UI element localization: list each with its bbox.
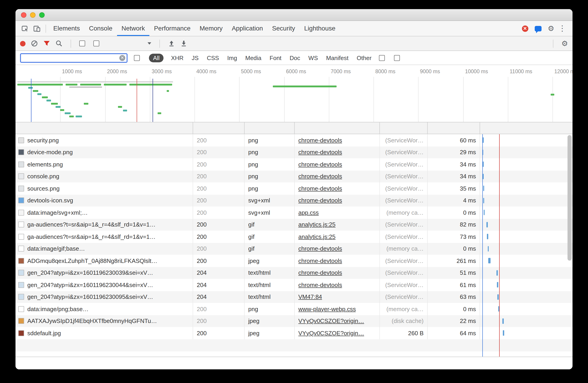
initiator-link[interactable]: chrome-devtools xyxy=(298,282,342,288)
filter-pill[interactable]: Font xyxy=(269,54,282,62)
filter-pill[interactable]: CSS xyxy=(206,54,220,62)
network-request-row[interactable]: devtools-icon.svg 200 svg+xml chrome-dev… xyxy=(16,194,572,207)
network-request-row[interactable]: sddefault.jpg 200 jpeg VYyQv0CSZOE?origi… xyxy=(16,327,572,339)
panel-tab[interactable]: Memory xyxy=(195,21,227,36)
column-header-status[interactable] xyxy=(193,122,245,134)
initiator-link[interactable]: chrome-devtools xyxy=(298,269,342,276)
column-header-type[interactable] xyxy=(245,122,295,134)
column-header-waterfall[interactable] xyxy=(480,122,572,134)
minimize-window-button[interactable] xyxy=(30,12,36,18)
column-header-name[interactable] xyxy=(16,122,193,134)
request-name-cell[interactable]: device-mode.png xyxy=(16,146,193,158)
inspect-element-button[interactable] xyxy=(19,22,31,34)
initiator-link[interactable]: chrome-devtools xyxy=(298,185,342,192)
initiator-link[interactable]: analytics.js:25 xyxy=(298,233,336,240)
request-name-cell[interactable]: sources.png xyxy=(16,182,193,194)
network-request-row[interactable]: data:image/gif;base… 200 gif chrome-devt… xyxy=(16,243,572,255)
request-name-cell[interactable]: gen_204?atyp=i&zx=1601196230044&sei=xV… xyxy=(16,279,193,291)
network-request-row[interactable]: console.png 200 png chrome-devtools (Ser… xyxy=(16,170,572,182)
request-name-cell[interactable]: gen_204?atyp=i&zx=1601196230095&sei=xV… xyxy=(16,291,193,303)
request-name-cell[interactable]: elements.png xyxy=(16,158,193,170)
initiator-link[interactable]: app.css xyxy=(298,209,319,216)
network-request-row[interactable]: ADGmqu8qexLZuhphT_0Aj88Ng8riLFKASQlslt… … xyxy=(16,255,572,267)
blocked-requests-checkbox[interactable] xyxy=(394,55,400,61)
panel-tab[interactable]: Console xyxy=(84,21,117,36)
hide-data-urls-checkbox[interactable] xyxy=(134,55,140,61)
initiator-link[interactable]: chrome-devtools xyxy=(298,257,342,264)
network-request-row[interactable]: data:image/png;base… 200 png www-player-… xyxy=(16,303,572,315)
filter-pill[interactable]: Other xyxy=(356,54,372,62)
filter-pill[interactable]: JS xyxy=(191,54,199,62)
vertical-scrollbar[interactable] xyxy=(567,135,572,261)
request-name-cell[interactable]: security.png xyxy=(16,134,193,146)
disable-cache-checkbox[interactable] xyxy=(93,40,99,46)
panel-tab[interactable]: Lighthouse xyxy=(300,21,340,36)
request-name-cell[interactable]: gen_204?atyp=i&zx=1601196230039&sei=xV… xyxy=(16,267,193,279)
filter-pill[interactable]: Media xyxy=(244,54,262,62)
network-request-row[interactable]: gen_204?atyp=i&zx=1601196230044&sei=xV… … xyxy=(16,279,572,291)
panel-tab[interactable]: Network xyxy=(117,21,149,36)
column-header-time[interactable] xyxy=(428,122,480,134)
network-request-row[interactable]: ga-audiences?t=sr&aip=1&_r=4&slf_rd=1&v=… xyxy=(16,231,572,243)
network-overview[interactable]: 1000 ms2000 ms3000 ms4000 ms5000 ms6000 … xyxy=(16,65,572,122)
initiator-link[interactable]: chrome-devtools xyxy=(298,137,342,144)
request-name-cell[interactable]: console.png xyxy=(16,170,193,182)
filter-pill[interactable]: Doc xyxy=(289,54,301,62)
export-har-icon[interactable] xyxy=(180,40,187,47)
column-header-initiator[interactable] xyxy=(295,122,380,134)
filter-pill[interactable]: Manifest xyxy=(325,54,349,62)
network-request-row[interactable]: sources.png 200 png chrome-devtools (Ser… xyxy=(16,182,572,194)
panel-tab[interactable]: Elements xyxy=(49,21,84,36)
request-name-cell[interactable]: data:image/gif;base… xyxy=(16,243,193,255)
filter-input[interactable] xyxy=(20,53,127,62)
request-name-cell[interactable]: ADGmqu8qexLZuhphT_0Aj88Ng8riLFKASQlslt… xyxy=(16,255,193,267)
toggle-device-toolbar-button[interactable] xyxy=(31,22,43,34)
initiator-link[interactable]: VM47:84 xyxy=(298,294,322,300)
network-request-row[interactable]: AATXAJywSIpD1jf4EbqHXTfbe0mnyHqGFNTu… 20… xyxy=(16,315,572,327)
request-name-cell[interactable]: sddefault.jpg xyxy=(16,327,193,339)
preserve-log-checkbox[interactable] xyxy=(79,40,85,46)
request-name-cell[interactable]: data:image/svg+xml;… xyxy=(16,207,193,219)
network-settings-gear-icon[interactable]: ⚙ xyxy=(561,40,568,47)
initiator-link[interactable]: chrome-devtools xyxy=(298,245,342,252)
request-name-cell[interactable]: ga-audiences?t=sr&aip=1&_r=4&slf_rd=1&v=… xyxy=(16,219,193,231)
request-name-cell[interactable]: data:image/png;base… xyxy=(16,303,193,315)
error-count-icon[interactable]: ✕ xyxy=(522,25,528,32)
filter-pill[interactable]: XHR xyxy=(170,54,185,62)
record-network-log-button[interactable] xyxy=(20,41,25,46)
panel-tab[interactable]: Application xyxy=(227,21,268,36)
network-request-row[interactable]: gen_204?atyp=i&zx=1601196230039&sei=xV… … xyxy=(16,267,572,279)
more-options-kebab-icon[interactable]: ⋮ xyxy=(558,25,566,32)
initiator-link[interactable]: chrome-devtools xyxy=(298,149,342,156)
panel-tab[interactable]: Security xyxy=(268,21,300,36)
initiator-link[interactable]: chrome-devtools xyxy=(298,161,342,168)
settings-gear-icon[interactable]: ⚙ xyxy=(548,25,554,32)
network-request-row[interactable]: elements.png 200 png chrome-devtools (Se… xyxy=(16,158,572,170)
initiator-link[interactable]: chrome-devtools xyxy=(298,173,342,180)
network-request-row[interactable]: ga-audiences?t=sr&aip=1&_r=4&slf_rd=1&v=… xyxy=(16,219,572,231)
network-request-row[interactable]: device-mode.png 200 png chrome-devtools … xyxy=(16,146,572,158)
network-request-row[interactable]: data:image/svg+xml;… 200 svg+xml app.css… xyxy=(16,207,572,219)
network-request-row[interactable]: security.png 200 png chrome-devtools (Se… xyxy=(16,134,572,146)
initiator-link[interactable]: VYyQv0CSZOE?origin… xyxy=(298,330,364,337)
close-window-button[interactable] xyxy=(21,12,26,18)
filter-funnel-icon[interactable] xyxy=(43,40,50,47)
filter-pill[interactable]: All xyxy=(149,54,164,62)
network-request-row[interactable]: gen_204?atyp=i&zx=1601196230095&sei=xV… … xyxy=(16,291,572,303)
request-name-cell[interactable]: ga-audiences?t=sr&aip=1&_r=4&slf_rd=1&v=… xyxy=(16,231,193,243)
request-name-cell[interactable]: AATXAJywSIpD1jf4EbqHXTfbe0mnyHqGFNTu… xyxy=(16,315,193,327)
clear-network-log-icon[interactable] xyxy=(31,40,38,47)
import-har-icon[interactable] xyxy=(168,40,175,47)
initiator-link[interactable]: www-player-webp.css xyxy=(298,306,356,312)
column-header-size[interactable] xyxy=(380,122,428,134)
initiator-link[interactable]: VYyQv0CSZOE?origin… xyxy=(298,318,364,325)
initiator-link[interactable]: analytics.js:25 xyxy=(298,221,336,228)
initiator-link[interactable]: chrome-devtools xyxy=(298,197,342,204)
clear-filter-icon[interactable]: ✕ xyxy=(119,55,125,61)
request-name-cell[interactable]: devtools-icon.svg xyxy=(16,194,193,207)
issues-bubble-icon[interactable] xyxy=(534,26,541,31)
throttling-select[interactable] xyxy=(107,42,151,45)
filter-pill[interactable]: Img xyxy=(226,54,238,62)
has-blocked-cookies-checkbox[interactable] xyxy=(379,55,385,61)
filter-pill[interactable]: WS xyxy=(307,54,319,62)
